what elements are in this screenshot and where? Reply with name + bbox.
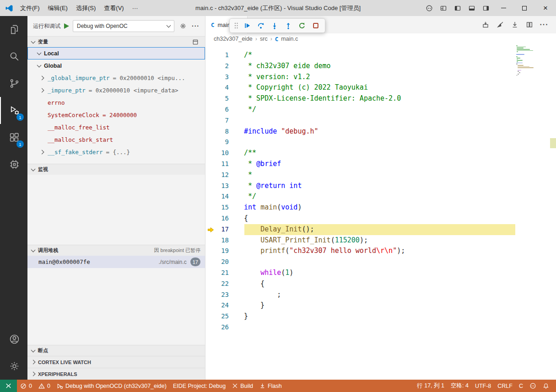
- line-number[interactable]: 26: [205, 322, 229, 333]
- stop-button[interactable]: [309, 20, 322, 32]
- activity-account[interactable]: [0, 326, 27, 353]
- toggle-sidebar-icon[interactable]: [450, 0, 464, 16]
- code-line-12[interactable]: 12 *: [205, 170, 556, 181]
- minimize-button[interactable]: [493, 0, 514, 16]
- line-number[interactable]: 11: [205, 159, 229, 170]
- code-line-4[interactable]: 4 * Copyright (c) 2022 Taoyukai: [205, 82, 556, 93]
- customize-layout-icon[interactable]: [436, 0, 450, 16]
- code-line-25[interactable]: 25}: [205, 311, 556, 322]
- start-debug-button[interactable]: [64, 23, 69, 29]
- code-area[interactable]: 1/*2 * ch32v307 eide demo3 * version: v1…: [205, 44, 556, 380]
- activity-extensions[interactable]: 1: [0, 124, 27, 151]
- activity-run-and-debug[interactable]: 1: [0, 97, 27, 124]
- breadcrumb-project[interactable]: ch32v307_eide: [214, 36, 253, 42]
- minimap[interactable]: [516, 45, 534, 77]
- line-number[interactable]: 5: [205, 93, 229, 104]
- code-line-13[interactable]: 13 * @return int: [205, 181, 556, 192]
- line-number[interactable]: 6: [205, 104, 229, 115]
- code-line-26[interactable]: 26: [205, 322, 556, 333]
- line-number[interactable]: 23: [205, 290, 229, 301]
- activity-explorer[interactable]: [0, 16, 27, 43]
- code-line-16[interactable]: 16{: [205, 213, 556, 224]
- activity-settings[interactable]: [0, 353, 27, 380]
- clean-icon[interactable]: [494, 18, 507, 31]
- variable-row[interactable]: __sf_fake_stderr= {...}: [27, 146, 205, 158]
- copilot-status[interactable]: [526, 380, 540, 392]
- line-number[interactable]: 2: [205, 61, 229, 72]
- code-line-5[interactable]: 5 * SPDX-License-Identifier: Apache-2.0: [205, 93, 556, 104]
- continue-button[interactable]: [241, 20, 254, 32]
- code-line-6[interactable]: 6 */: [205, 104, 556, 115]
- breakpoints-pane-header[interactable]: 断点: [27, 345, 205, 356]
- activity-search[interactable]: [0, 43, 27, 70]
- menu-item-2[interactable]: 选择(S): [72, 0, 100, 16]
- language-mode[interactable]: C: [516, 380, 526, 392]
- activity-source-control[interactable]: [0, 70, 27, 97]
- line-number[interactable]: 8: [205, 126, 229, 137]
- menu-item-0[interactable]: 文件(F): [16, 0, 44, 16]
- cortex-live-watch-header[interactable]: CORTEX LIVE WATCH: [27, 356, 205, 368]
- call-stack-pane-header[interactable]: 调用堆栈 因 breakpoint 已暂停: [27, 245, 205, 256]
- step-over-button[interactable]: [254, 20, 267, 32]
- copilot-icon[interactable]: [422, 0, 436, 16]
- debug-status[interactable]: Debug with OpenOCD (ch32v307_eide): [54, 380, 170, 392]
- line-number[interactable]: 12: [205, 170, 229, 181]
- code-line-14[interactable]: 14 */: [205, 191, 556, 202]
- close-button[interactable]: ×: [535, 0, 556, 16]
- line-number[interactable]: 19: [205, 246, 229, 257]
- line-number[interactable]: 21: [205, 268, 229, 279]
- line-number[interactable]: 25: [205, 311, 229, 322]
- code-line-19[interactable]: 19 printf("ch32v307 hello world\r\n");: [205, 246, 556, 257]
- line-number[interactable]: 22: [205, 279, 229, 290]
- code-line-21[interactable]: 21 while(1): [205, 268, 556, 279]
- sidebar-more-actions[interactable]: ···: [192, 22, 200, 30]
- toggle-secondary-sidebar-icon[interactable]: [479, 0, 493, 16]
- variable-row[interactable]: _global_impure_ptr= 0x20000010 <impu...: [27, 72, 205, 84]
- variable-row[interactable]: __malloc_sbrk_start: [27, 134, 205, 146]
- scope-row-local[interactable]: Local: [27, 47, 205, 59]
- step-out-button[interactable]: [282, 20, 295, 32]
- variable-row[interactable]: errno: [27, 97, 205, 109]
- toggle-panel-icon[interactable]: [464, 0, 479, 16]
- flash-button[interactable]: Flash: [256, 380, 285, 392]
- variables-pane-header[interactable]: 变量: [27, 36, 205, 47]
- problems-warnings[interactable]: 0: [35, 380, 54, 392]
- code-line-2[interactable]: 2 * ch32v307 eide demo: [205, 61, 556, 72]
- breadcrumb-folder[interactable]: src: [260, 36, 268, 42]
- eol[interactable]: CRLF: [494, 380, 516, 392]
- remote-indicator[interactable]: [0, 380, 17, 392]
- code-line-24[interactable]: 24 }: [205, 300, 556, 311]
- menu-item-4[interactable]: ···: [128, 0, 142, 16]
- line-number[interactable]: 13: [205, 181, 229, 192]
- variable-row[interactable]: SystemCoreClock= 24000000: [27, 109, 205, 121]
- restart-button[interactable]: [296, 20, 308, 32]
- code-line-23[interactable]: 23 ;: [205, 290, 556, 301]
- views-icon[interactable]: [190, 37, 200, 47]
- drag-grip-icon[interactable]: [232, 20, 240, 32]
- code-line-18[interactable]: 18 USART_Printf_Init(115200);: [205, 235, 556, 246]
- line-number[interactable]: 24: [205, 300, 229, 311]
- cursor-position[interactable]: 行 17, 列 1: [414, 380, 448, 392]
- code-line-3[interactable]: 3 * version: v1.2: [205, 72, 556, 83]
- line-number[interactable]: 4: [205, 82, 229, 93]
- maximize-button[interactable]: [514, 0, 535, 16]
- notifications[interactable]: [540, 380, 552, 392]
- eide-project[interactable]: EIDE Project: Debug: [170, 380, 229, 392]
- menu-item-1[interactable]: 编辑(E): [44, 0, 72, 16]
- split-editor-icon[interactable]: [523, 18, 536, 31]
- code-line-20[interactable]: 20: [205, 257, 556, 268]
- line-number[interactable]: 18: [205, 235, 229, 246]
- xperipherals-header[interactable]: XPERIPHERALS: [27, 368, 205, 380]
- line-number[interactable]: 14: [205, 191, 229, 202]
- breadcrumbs[interactable]: ch32v307_eide › src › C main.c: [205, 33, 556, 44]
- build-button[interactable]: Build: [229, 380, 256, 392]
- menu-item-3[interactable]: 查看(V): [100, 0, 128, 16]
- line-number[interactable]: 20: [205, 257, 229, 268]
- code-line-7[interactable]: 7: [205, 115, 556, 126]
- code-line-9[interactable]: 9: [205, 137, 556, 148]
- download-icon[interactable]: [508, 18, 521, 31]
- step-into-button[interactable]: [268, 20, 281, 32]
- indentation[interactable]: 空格: 4: [448, 380, 472, 392]
- breadcrumb-file[interactable]: main.c: [281, 36, 298, 42]
- code-line-17[interactable]: 17 Delay_Init();: [205, 224, 556, 235]
